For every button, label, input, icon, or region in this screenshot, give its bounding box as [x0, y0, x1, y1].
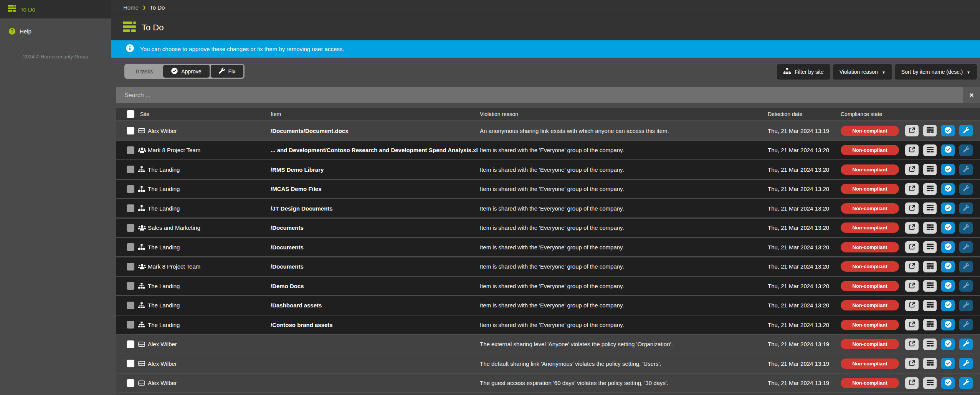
approve-button[interactable]: Approve [163, 65, 209, 78]
open-external-button[interactable] [905, 164, 919, 175]
fix-row-button[interactable] [959, 339, 973, 350]
fix-row-button[interactable] [959, 202, 973, 214]
open-external-button[interactable] [905, 339, 919, 350]
approve-row-button[interactable] [941, 183, 955, 195]
sidebar-item-todo[interactable]: To Do [0, 0, 111, 18]
table-row[interactable]: Alex WilberThe guest access expiration '… [116, 374, 980, 392]
approve-row-button[interactable] [941, 125, 955, 136]
approve-row-button[interactable] [941, 280, 955, 292]
row-checkbox[interactable] [127, 146, 134, 154]
approve-row-button[interactable] [941, 241, 955, 253]
table-row[interactable]: Alex WilberThe default sharing link 'Ano… [116, 354, 980, 373]
details-button[interactable] [923, 261, 937, 272]
external-link-icon [909, 360, 916, 368]
sidebar-item-help[interactable]: ? Help [0, 23, 111, 39]
row-violation: Item is shared with the 'Everyone' group… [480, 199, 764, 217]
fix-row-button[interactable] [959, 319, 973, 330]
row-checkbox[interactable] [127, 379, 134, 387]
row-checkbox[interactable] [127, 185, 134, 193]
close-icon: ✕ [969, 92, 974, 98]
open-external-button[interactable] [905, 125, 919, 136]
details-button[interactable] [923, 339, 937, 350]
details-button[interactable] [923, 300, 937, 311]
details-button[interactable] [923, 280, 937, 292]
open-external-button[interactable] [905, 241, 919, 253]
details-button[interactable] [923, 358, 937, 369]
approve-row-button[interactable] [941, 222, 955, 234]
open-external-button[interactable] [905, 183, 919, 195]
open-external-button[interactable] [905, 377, 919, 389]
table-row[interactable]: The Landing/Demo DocsItem is shared with… [116, 277, 980, 295]
row-checkbox[interactable] [127, 224, 134, 232]
details-button[interactable] [923, 241, 937, 253]
open-external-button[interactable] [905, 358, 919, 369]
row-checkbox[interactable] [127, 302, 134, 309]
details-button[interactable] [923, 319, 937, 330]
fix-row-button[interactable] [959, 183, 973, 195]
table-row[interactable]: Mark 8 Project Team... and Development/C… [116, 141, 980, 159]
approve-row-button[interactable] [941, 202, 955, 214]
details-button[interactable] [923, 377, 937, 389]
open-external-button[interactable] [905, 202, 919, 214]
fix-row-button[interactable] [959, 261, 973, 272]
row-checkbox[interactable] [127, 127, 134, 134]
row-checkbox[interactable] [127, 282, 134, 290]
details-button[interactable] [923, 202, 937, 214]
details-button[interactable] [923, 222, 937, 234]
open-external-button[interactable] [905, 300, 919, 311]
violation-reason-dropdown[interactable]: Violation reason ▼ [833, 64, 892, 80]
approve-row-button[interactable] [941, 144, 955, 156]
approve-row-button[interactable] [941, 319, 955, 330]
row-checkbox[interactable] [127, 166, 134, 173]
breadcrumb-home-link[interactable]: Home [123, 4, 139, 11]
details-button[interactable] [923, 183, 937, 195]
fix-button[interactable]: Fix [211, 65, 244, 78]
open-external-button[interactable] [905, 280, 919, 292]
clear-search-button[interactable]: ✕ [963, 87, 980, 103]
details-button[interactable] [923, 125, 937, 136]
approve-row-button[interactable] [941, 164, 955, 175]
approve-row-button[interactable] [941, 377, 955, 389]
approve-row-button[interactable] [941, 358, 955, 369]
fix-row-button[interactable] [959, 222, 973, 234]
table-row[interactable]: The Landing/Dashboard assetsItem is shar… [116, 296, 980, 315]
fix-row-button[interactable] [959, 377, 973, 389]
search-input[interactable] [116, 87, 963, 103]
fix-row-button[interactable] [959, 300, 973, 311]
fix-row-button[interactable] [959, 125, 973, 136]
partial-next-row[interactable] [116, 393, 980, 395]
table-row[interactable]: The Landing/MCAS Demo FilesItem is share… [116, 180, 980, 198]
table-row[interactable]: The Landing/DocumentsItem is shared with… [116, 238, 980, 256]
fix-row-button[interactable] [959, 164, 973, 175]
table-row[interactable]: Alex Wilber/Documents/Document.docxAn an… [116, 121, 980, 140]
main-area: Home ❯ To Do To Do You can choose to app… [111, 0, 980, 395]
fix-row-button[interactable] [959, 241, 973, 253]
open-external-button[interactable] [905, 261, 919, 272]
table-row[interactable]: Alex WilberThe external sharing level 'A… [116, 335, 980, 354]
table-row[interactable]: The Landing/RMS Demo LibraryItem is shar… [116, 160, 980, 179]
row-checkbox[interactable] [127, 360, 134, 367]
table-row[interactable]: The Landing/JT Design DocumentsItem is s… [116, 199, 980, 217]
row-checkbox[interactable] [127, 340, 134, 348]
fix-row-button[interactable] [959, 280, 973, 292]
filter-by-site-button[interactable]: Filter by site [777, 64, 830, 80]
details-button[interactable] [923, 144, 937, 156]
fix-row-button[interactable] [959, 144, 973, 156]
table-row[interactable]: The Landing/Contoso brand assetsItem is … [116, 315, 980, 334]
approve-row-button[interactable] [941, 300, 955, 311]
approve-row-button[interactable] [941, 339, 955, 350]
row-checkbox[interactable] [127, 243, 134, 251]
approve-row-button[interactable] [941, 261, 955, 272]
select-all-checkbox[interactable] [127, 110, 134, 118]
row-checkbox[interactable] [127, 204, 134, 212]
open-external-button[interactable] [905, 144, 919, 156]
row-checkbox[interactable] [127, 263, 134, 271]
fix-row-button[interactable] [959, 358, 973, 369]
table-row[interactable]: Sales and Marketing/DocumentsItem is sha… [116, 219, 980, 237]
details-button[interactable] [923, 164, 937, 175]
row-checkbox[interactable] [127, 321, 134, 329]
open-external-button[interactable] [905, 319, 919, 330]
sort-dropdown[interactable]: Sort by item name (desc.) ▼ [895, 64, 977, 80]
table-row[interactable]: Mark 8 Project Team/DocumentsItem is sha… [116, 257, 980, 276]
open-external-button[interactable] [905, 222, 919, 234]
